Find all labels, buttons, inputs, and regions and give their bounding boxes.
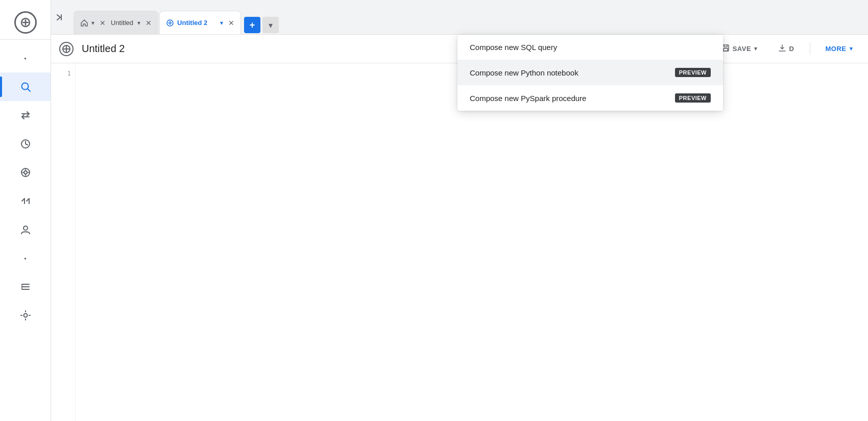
dropdown-sql-label: Compose new SQL query <box>470 43 557 52</box>
more-label: MORE <box>826 45 847 53</box>
dropdown-item-pyspark[interactable]: Compose new PySpark procedure PREVIEW <box>457 85 723 111</box>
tab-actions: + ▾ <box>244 17 279 33</box>
pyspark-preview-badge: PREVIEW <box>675 93 711 103</box>
logo-icon <box>14 11 37 34</box>
toolbar-logo <box>59 42 74 56</box>
tab-bar: ▾ ✕ Untitled ▾ ✕ Untitled 2 ▾ ✕ <box>51 0 868 35</box>
sidebar-item-pipeline[interactable] <box>0 187 51 215</box>
sidebar-item-transfers[interactable] <box>0 101 51 130</box>
app-logo[interactable] <box>0 5 51 40</box>
tab-untitled-dropdown2[interactable]: ▾ <box>137 19 140 27</box>
tab-untitled-label: Untitled <box>111 19 133 27</box>
save-dropdown-arrow[interactable]: ▾ <box>754 45 758 52</box>
sidebar-expand-button[interactable] <box>51 9 67 26</box>
dot2-icon: ● <box>24 256 27 261</box>
svg-point-9 <box>24 171 27 174</box>
sidebar-item-history[interactable] <box>0 130 51 158</box>
sidebar-item-search[interactable] <box>0 72 51 101</box>
sidebar-item-analytics[interactable] <box>0 158 51 187</box>
page-title: Untitled 2 <box>82 43 125 55</box>
query-icon <box>166 19 174 27</box>
svg-rect-30 <box>724 48 728 51</box>
tab-more-button[interactable]: ▾ <box>262 17 279 33</box>
more-dropdown-arrow: ▾ <box>850 45 853 52</box>
svg-point-14 <box>23 226 28 230</box>
plus-icon: + <box>250 20 255 31</box>
save-label: SAVE <box>733 45 751 53</box>
download-button[interactable]: D <box>771 41 802 57</box>
line-numbers: 1 <box>51 63 76 421</box>
main-content: ▾ ✕ Untitled ▾ ✕ Untitled 2 ▾ ✕ <box>51 0 868 421</box>
download-label: D <box>789 45 794 53</box>
tab-untitled-2[interactable]: Untitled 2 ▾ ✕ <box>159 11 241 34</box>
sidebar-item-people[interactable] <box>0 215 51 244</box>
chevron-down-icon: ▾ <box>269 20 273 30</box>
download-icon <box>778 44 786 54</box>
analytics-icon <box>20 167 31 178</box>
editor-content[interactable] <box>76 63 868 421</box>
svg-line-4 <box>28 89 30 91</box>
toolbar-divider <box>810 43 810 55</box>
sidebar-item-settings[interactable] <box>0 301 51 330</box>
python-preview-badge: PREVIEW <box>675 68 711 77</box>
tab-untitled-close2[interactable]: ✕ <box>143 18 154 28</box>
tabs-wrapper: ▾ ✕ Untitled ▾ ✕ Untitled 2 ▾ ✕ <box>74 11 279 34</box>
transfers-icon <box>20 110 31 121</box>
dot-icon: ● <box>24 56 27 61</box>
sidebar-item-dot[interactable]: ● <box>0 44 51 72</box>
search-icon <box>20 81 31 92</box>
history-icon <box>20 138 31 150</box>
settings-icon <box>20 310 31 321</box>
tab-untitled-2-close[interactable]: ✕ <box>226 18 236 28</box>
list-icon <box>20 281 31 292</box>
svg-point-19 <box>23 314 27 317</box>
dropdown-menu: Compose new SQL query Compose new Python… <box>457 35 723 111</box>
pipeline-icon <box>20 195 31 207</box>
editor-area: 1 <box>51 63 868 421</box>
tab-untitled-close[interactable]: ✕ <box>98 18 108 28</box>
sidebar-item-dot2[interactable]: ● <box>0 244 51 273</box>
line-number-1: 1 <box>51 69 71 77</box>
dropdown-python-label: Compose new Python notebook <box>470 68 578 77</box>
tab-untitled-2-dropdown[interactable]: ▾ <box>220 19 223 27</box>
home-icon <box>80 19 88 27</box>
add-tab-button[interactable]: + <box>244 17 260 33</box>
more-button[interactable]: MORE ▾ <box>818 42 860 56</box>
tab-untitled-2-label: Untitled 2 <box>177 19 217 27</box>
dropdown-pyspark-label: Compose new PySpark procedure <box>470 94 586 103</box>
dropdown-item-sql[interactable]: Compose new SQL query <box>457 35 723 60</box>
people-icon <box>20 224 31 235</box>
sidebar-item-list[interactable] <box>0 273 51 301</box>
dropdown-item-python[interactable]: Compose new Python notebook PREVIEW <box>457 60 723 85</box>
sidebar: ● <box>0 0 51 421</box>
sidebar-nav: ● <box>0 44 51 330</box>
tab-untitled-dropdown[interactable]: ▾ <box>91 19 94 27</box>
tab-untitled[interactable]: ▾ ✕ Untitled ▾ ✕ <box>74 11 158 34</box>
